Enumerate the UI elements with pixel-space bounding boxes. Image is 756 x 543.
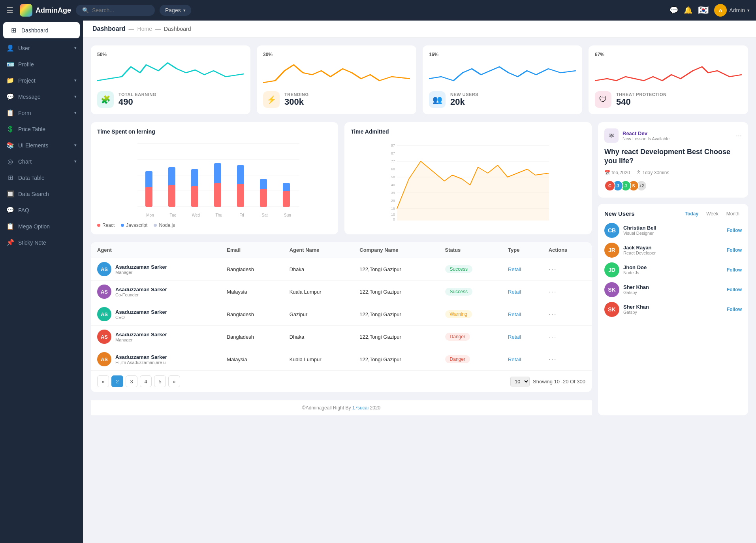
agent-name-cell: Kuala Lumpur — [283, 281, 354, 303]
sidebar-item-profile[interactable]: 🪪 Profile — [0, 56, 83, 72]
sidebar-item-sticky-note[interactable]: 📌 Sticky Note — [0, 234, 83, 251]
pages-dropdown[interactable]: Pages ▾ — [160, 5, 191, 16]
sidebar-item-mega-option[interactable]: 📋 Mega Option — [0, 218, 83, 234]
type-value: Retail — [508, 289, 521, 295]
actions-button[interactable]: ··· — [549, 355, 557, 363]
chevron-down-icon: ▾ — [74, 45, 77, 51]
sidebar-item-data-table[interactable]: ⊞ Data Table — [0, 170, 83, 186]
sidebar-item-project[interactable]: 📁 Project ▾ — [0, 72, 83, 89]
sidebar-item-label: Dashboard — [21, 27, 73, 34]
svg-text:19: 19 — [391, 207, 395, 211]
user-row: SK Sher Khan Gatsby Follow — [604, 302, 742, 317]
sidebar-item-form[interactable]: 📋 Form ▾ — [0, 105, 83, 121]
actions-cell[interactable]: ··· — [542, 303, 592, 326]
sidebar-item-message[interactable]: 💬 Message ▾ — [0, 89, 83, 105]
stat-label: NEW USERS — [450, 92, 478, 97]
sidebar: ⊞ Dashboard 👤 User ▾ 🪪 Profile 📁 Project… — [0, 21, 83, 543]
actions-cell[interactable]: ··· — [542, 258, 592, 281]
user-name: Sher Khan — [623, 304, 649, 310]
actions-cell[interactable]: ··· — [542, 348, 592, 371]
email-cell: Malaysia — [220, 281, 283, 303]
svg-rect-24 — [260, 189, 267, 207]
sidebar-item-dashboard[interactable]: ⊞ Dashboard — [3, 22, 80, 38]
app-name: AdminAge — [36, 6, 71, 15]
chevron-down-icon: ▾ — [74, 78, 77, 83]
page-4-button[interactable]: 4 — [140, 375, 152, 387]
agent-cell: AS Asaduzzaman Sarker Manager — [91, 258, 220, 281]
admin-avatar: A — [714, 4, 727, 17]
dashboard-content: 50% 🧩 TOTAL EARNING 490 — [83, 38, 756, 423]
sidebar-item-ui-elements[interactable]: 📚 UI Elements ▾ — [0, 137, 83, 153]
search-icon: 🔍 — [82, 7, 89, 13]
actions-button[interactable]: ··· — [549, 310, 557, 318]
bell-icon[interactable]: 🔔 — [684, 6, 692, 15]
sidebar-item-user[interactable]: 👤 User ▾ — [0, 40, 83, 56]
message-icon[interactable]: 💬 — [669, 6, 678, 15]
tab-month[interactable]: Month — [724, 210, 742, 217]
breadcrumb-home[interactable]: Home — [137, 26, 152, 32]
follow-button[interactable]: Follow — [727, 307, 742, 312]
page-2-button[interactable]: 2 — [111, 375, 123, 387]
agent-cell: AS Asaduzzaman Sarker CEO — [91, 303, 220, 326]
more-options-button[interactable]: ··· — [736, 132, 742, 140]
admin-user-menu[interactable]: A Admin ▾ — [714, 4, 750, 17]
hamburger-icon[interactable]: ☰ — [6, 6, 13, 15]
topnav-right: 💬 🔔 🇰🇷 A Admin ▾ — [669, 4, 750, 17]
stat-value: 490 — [118, 97, 156, 107]
page-3-button[interactable]: 3 — [126, 375, 137, 387]
user-name: Christian Bell — [623, 225, 656, 231]
search-input[interactable] — [92, 7, 147, 13]
stat-chart — [263, 59, 410, 87]
actions-button[interactable]: ··· — [549, 265, 557, 273]
tab-week[interactable]: Week — [704, 210, 720, 217]
sidebar-item-faq[interactable]: 💬 FAQ — [0, 202, 83, 218]
user-icon: 👤 — [6, 44, 14, 52]
user-info: Jhon Doe Node Js — [623, 264, 647, 275]
stat-card-bottom: 🧩 TOTAL EARNING 490 — [97, 91, 244, 108]
sidebar-item-price-table[interactable]: 💲 Price Table — [0, 121, 83, 137]
type-value: Retail — [508, 356, 521, 362]
lesson-meta: 📅 feb,2020 ⏱ 1day 30mins — [604, 170, 742, 175]
sidebar-item-data-search[interactable]: 🔲 Data Search — [0, 186, 83, 202]
rows-per-page-select[interactable]: 10 20 50 — [510, 377, 530, 387]
stat-chart — [429, 59, 576, 87]
user-avatar: CB — [604, 223, 619, 238]
sidebar-item-label: Profile — [18, 61, 77, 68]
content-main: Time Spent on lerning Mon Tue — [91, 122, 592, 415]
type-cell: Retail — [502, 303, 542, 326]
flag-icon[interactable]: 🇰🇷 — [698, 5, 709, 15]
chart-icon: ◎ — [6, 158, 14, 165]
user-role: React Developer — [623, 251, 656, 255]
legend-label: React — [102, 222, 115, 228]
follow-button[interactable]: Follow — [727, 287, 742, 292]
chart-title: Time Admitted — [351, 128, 585, 135]
stat-icon: 👥 — [429, 91, 446, 108]
tab-today[interactable]: Today — [683, 210, 701, 217]
user-row: CB Christian Bell Visual Designer Follow — [604, 223, 742, 238]
sidebar-item-chart[interactable]: ◎ Chart ▾ — [0, 153, 83, 170]
charts-and-panel: Time Spent on lerning Mon Tue — [91, 122, 748, 415]
prev-page-button[interactable]: « — [97, 375, 109, 387]
actions-cell[interactable]: ··· — [542, 326, 592, 348]
actions-cell[interactable]: ··· — [542, 281, 592, 303]
actions-button[interactable]: ··· — [549, 288, 557, 296]
chart-legend: React Javascript Node.js — [97, 222, 332, 228]
user-avatar: SK — [604, 302, 619, 317]
agent-name: Asaduzzaman Sarker — [115, 309, 167, 315]
data-search-icon: 🔲 — [6, 190, 14, 198]
agent-role: Hi,i'm Asaduzzaman,are u — [115, 360, 167, 365]
status-cell: Success — [439, 281, 502, 303]
actions-button[interactable]: ··· — [549, 333, 557, 341]
user-row: JD Jhon Doe Node Js Follow — [604, 262, 742, 277]
message-icon: 💬 — [6, 93, 14, 100]
footer-link[interactable]: 17sucai — [352, 405, 369, 411]
next-page-button[interactable]: » — [168, 375, 180, 387]
stat-label: TRENDING — [284, 92, 308, 97]
search-bar[interactable]: 🔍 — [76, 5, 155, 16]
follow-button[interactable]: Follow — [727, 228, 742, 233]
pages-label: Pages — [165, 7, 181, 13]
follow-button[interactable]: Follow — [727, 267, 742, 273]
page-5-button[interactable]: 5 — [154, 375, 166, 387]
stat-label: THREAT PROTECTION — [616, 92, 666, 97]
follow-button[interactable]: Follow — [727, 247, 742, 253]
